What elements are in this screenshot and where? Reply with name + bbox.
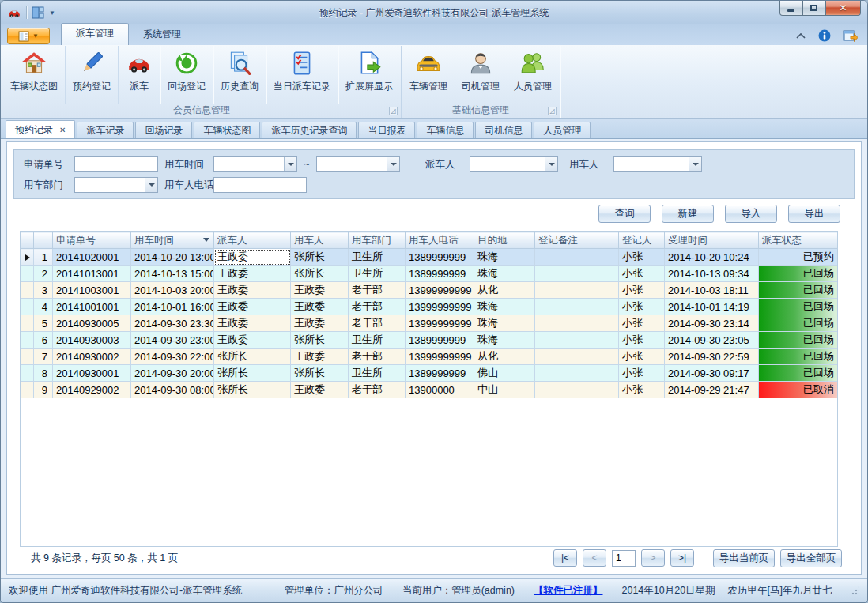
cell-use_time[interactable]: 2014-10-03 20:00	[131, 282, 214, 299]
cell-accept_time[interactable]: 2014-10-03 18:11	[665, 282, 759, 299]
cell-dispatcher[interactable]: 张所长	[214, 349, 291, 365]
ribbon-button-people[interactable]: 人员管理	[507, 46, 559, 104]
export-all-pages-button[interactable]: 导出全部页	[780, 549, 842, 567]
cell-department[interactable]: 卫生所	[349, 365, 406, 382]
column-header-phone[interactable]: 用车人电话	[406, 232, 474, 249]
cell-accept_time[interactable]: 2014-09-30 09:17	[665, 365, 759, 382]
ribbon-button-driver[interactable]: 司机管理	[455, 46, 507, 104]
doc-tab-6[interactable]: 车辆信息	[417, 122, 474, 138]
column-header-dispatcher[interactable]: 派车人	[214, 232, 291, 249]
cell-destination[interactable]: 珠海	[474, 332, 535, 349]
cell-apply_no[interactable]: 20141020001	[53, 249, 131, 266]
ribbon-button-yellow-car[interactable]: 车辆管理	[402, 46, 455, 104]
license-registered-link[interactable]: 【软件已注册】	[534, 584, 603, 597]
cell-department[interactable]: 老干部	[349, 299, 406, 315]
new-button[interactable]: 新建	[662, 205, 714, 223]
cell-remark[interactable]	[535, 332, 619, 349]
cell-registrar[interactable]: 小张	[619, 382, 665, 398]
minimize-button[interactable]	[779, 1, 802, 16]
import-button[interactable]: 导入	[725, 205, 777, 223]
cell-destination[interactable]: 从化	[474, 349, 535, 365]
cell-destination[interactable]: 珠海	[474, 249, 535, 266]
cell-accept_time[interactable]: 2014-10-13 09:34	[665, 266, 759, 282]
cell-apply_no[interactable]: 20141003001	[53, 282, 131, 299]
dialog-launcher-icon[interactable]: ◿	[548, 107, 557, 115]
cell-registrar[interactable]: 小张	[619, 332, 665, 349]
cell-user[interactable]: 张所长	[291, 249, 349, 266]
cell-user[interactable]: 张所长	[291, 332, 349, 349]
column-header-use_time[interactable]: 用车时间	[131, 232, 214, 249]
app-window-switch-icon[interactable]	[843, 29, 858, 42]
cell-phone[interactable]: 1389999999	[406, 249, 474, 266]
cell-remark[interactable]	[535, 349, 619, 365]
cell-destination[interactable]: 珠海	[474, 315, 535, 332]
ribbon-tab-dispatch[interactable]: 派车管理	[61, 23, 129, 45]
ribbon-button-extend-screen[interactable]: 扩展屏显示	[338, 46, 400, 104]
car-user-combobox[interactable]	[613, 156, 702, 172]
cell-accept_time[interactable]: 2014-09-30 23:05	[665, 332, 759, 349]
cell-registrar[interactable]: 小张	[619, 266, 665, 282]
cell-apply_no[interactable]: 20141001001	[53, 299, 131, 315]
cell-dispatcher[interactable]: 王政委	[214, 282, 291, 299]
cell-registrar[interactable]: 小张	[619, 315, 665, 332]
cell-department[interactable]: 卫生所	[349, 266, 406, 282]
cell-destination[interactable]: 中山	[474, 382, 535, 398]
cell-department[interactable]: 老干部	[349, 315, 406, 332]
chevron-down-icon[interactable]	[387, 157, 399, 171]
column-header-user[interactable]: 用车人	[291, 232, 349, 249]
cell-use_time[interactable]: 2014-09-30 22:00	[131, 349, 214, 365]
cell-user[interactable]: 王政委	[291, 349, 349, 365]
dialog-launcher-icon[interactable]: ◿	[389, 107, 398, 115]
cell-apply_no[interactable]: 20140930005	[53, 315, 131, 332]
table-row[interactable]: 4201410010012014-10-01 16:00王政委王政委老干部139…	[21, 299, 839, 315]
cell-accept_time[interactable]: 2014-10-20 10:24	[665, 249, 759, 266]
cell-phone[interactable]: 13999999999	[406, 282, 474, 299]
cell-use_time[interactable]: 2014-09-30 23:30	[131, 315, 214, 332]
cell-remark[interactable]	[535, 266, 619, 282]
cell-dispatcher[interactable]: 王政委	[214, 332, 291, 349]
doc-tab-2[interactable]: 回场记录	[135, 122, 192, 138]
cell-user[interactable]: 王政委	[291, 315, 349, 332]
column-header-destination[interactable]: 目的地	[474, 232, 535, 249]
cell-apply_no[interactable]: 20141013001	[53, 266, 131, 282]
chevron-down-icon[interactable]	[145, 178, 157, 192]
doc-tab-5[interactable]: 当日报表	[358, 122, 415, 138]
table-row[interactable]: 7201409300022014-09-30 22:00张所长王政委老干部139…	[21, 349, 839, 365]
chevron-down-icon[interactable]	[545, 157, 557, 171]
cell-user[interactable]: 王政委	[291, 299, 349, 315]
cell-accept_time[interactable]: 2014-10-01 14:19	[665, 299, 759, 315]
cell-registrar[interactable]: 小张	[619, 299, 665, 315]
cell-use_time[interactable]: 2014-09-30 23:00	[131, 332, 214, 349]
cell-department[interactable]: 卫生所	[349, 332, 406, 349]
phone-input[interactable]	[213, 177, 307, 193]
page-number-input[interactable]	[612, 550, 636, 567]
cell-use_time[interactable]: 2014-10-20 13:00	[131, 249, 214, 266]
info-icon[interactable]	[818, 29, 831, 42]
ribbon-button-checklist[interactable]: 当日派车记录	[266, 46, 338, 104]
table-row[interactable]: 8201409300012014-09-30 20:00张所长张所长卫生所138…	[21, 365, 839, 382]
cell-apply_no[interactable]: 20140930002	[53, 349, 131, 365]
application-menu-button[interactable]: ▼	[7, 28, 50, 44]
chevron-down-icon[interactable]	[284, 157, 296, 171]
cell-user[interactable]: 王政委	[291, 282, 349, 299]
cell-dispatcher[interactable]: 王政委	[214, 299, 291, 315]
cell-remark[interactable]	[535, 382, 619, 398]
cell-apply_no[interactable]: 20140930001	[53, 365, 131, 382]
ribbon-collapse-chevron-up-icon[interactable]	[796, 32, 806, 39]
column-header-accept_time[interactable]: 受理时间	[665, 232, 759, 249]
cell-destination[interactable]: 从化	[474, 282, 535, 299]
cell-phone[interactable]: 1389999999	[406, 266, 474, 282]
cell-user[interactable]: 张所长	[291, 266, 349, 282]
chevron-down-icon[interactable]	[689, 157, 701, 171]
cell-department[interactable]: 卫生所	[349, 249, 406, 266]
ribbon-button-red-car[interactable]: 派车	[119, 46, 160, 104]
column-header-apply_no[interactable]: 申请单号	[53, 232, 131, 249]
ribbon-button-green-refresh[interactable]: 回场登记	[160, 46, 213, 104]
cell-dispatcher[interactable]: 王政委	[214, 249, 291, 266]
cell-department[interactable]: 老干部	[349, 282, 406, 299]
query-button[interactable]: 查询	[598, 205, 651, 223]
export-current-page-button[interactable]: 导出当前页	[713, 549, 775, 567]
cell-dispatcher[interactable]: 王政委	[214, 266, 291, 282]
doc-tab-3[interactable]: 车辆状态图	[194, 122, 260, 138]
cell-remark[interactable]	[535, 365, 619, 382]
